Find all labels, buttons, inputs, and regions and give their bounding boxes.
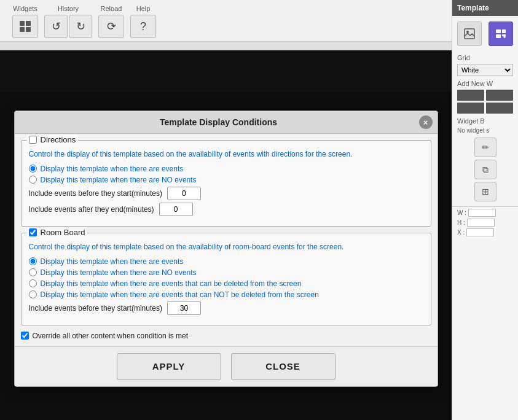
roomboard-content: Control the display of this template bas… — [22, 239, 431, 320]
grid-selector: White Gray Black None — [452, 63, 518, 77]
svg-rect-7 — [502, 29, 506, 33]
override-checkbox[interactable] — [21, 332, 29, 340]
roomboard-legend: Room Board — [26, 228, 88, 237]
widget-block-text: No widget s — [452, 126, 518, 135]
directions-radio1-row: Display this template when there are eve… — [29, 165, 423, 173]
sidebar-image-button[interactable] — [457, 21, 482, 46]
directions-field1-input[interactable] — [167, 187, 201, 200]
widgets-button[interactable] — [12, 15, 38, 38]
undo-button[interactable]: ↺ — [44, 15, 68, 38]
widgets-label: Widgets — [13, 5, 37, 12]
add-new-cell-1[interactable] — [457, 90, 484, 101]
sidebar-coords: W : H : X : — [452, 207, 518, 239]
directions-radio2-row: Display this template when there are NO … — [29, 176, 423, 184]
coord-x: X : — [457, 228, 513, 238]
add-new-grid — [452, 88, 518, 115]
help-label: Help — [136, 5, 151, 12]
directions-content: Control the display of this template bas… — [22, 147, 431, 221]
directions-field2-row: Include events after they end(minutes) — [29, 203, 423, 216]
roomboard-radio4-label: Display this template when there are eve… — [41, 290, 319, 299]
roomboard-radio4[interactable] — [29, 290, 37, 298]
sidebar-list-button[interactable] — [489, 21, 513, 46]
directions-section: Directions Control the display of this t… — [21, 140, 431, 227]
apply-button[interactable]: APPLY — [117, 353, 221, 380]
close-button[interactable]: CLOSE — [231, 353, 336, 380]
svg-rect-8 — [496, 34, 501, 38]
add-new-label: Add New W — [452, 77, 518, 88]
help-group: Help ? — [130, 5, 156, 41]
history-label: History — [58, 5, 79, 12]
right-sidebar: Template Grid White Gray Black — [452, 0, 518, 420]
directions-radio1[interactable] — [29, 165, 37, 173]
modal-overlay: Template Display Conditions × Directions… — [0, 92, 452, 420]
roomboard-section: Room Board Control the display of this t… — [21, 233, 431, 325]
roomboard-legend-label: Room Board — [41, 228, 85, 237]
directions-description: Control the display of this template bas… — [29, 149, 423, 160]
roomboard-radio3-label: Display this template when there are eve… — [41, 279, 302, 288]
directions-legend-label: Directions — [41, 135, 76, 144]
add-new-cell-4[interactable] — [486, 103, 513, 114]
roomboard-radio3-row: Display this template when there are eve… — [29, 279, 423, 288]
directions-radio2[interactable] — [29, 176, 37, 184]
edit-button[interactable]: ✏ — [474, 138, 496, 157]
history-buttons: ↺ ↻ — [44, 15, 92, 38]
reload-button[interactable]: ⟳ — [98, 15, 124, 38]
sidebar-actions: ✏ ⧉ ⊞ — [452, 135, 518, 204]
directions-field2-label: Include events after they end(minutes) — [29, 205, 154, 214]
svg-rect-0 — [20, 21, 25, 26]
roomboard-checkbox[interactable] — [29, 228, 37, 236]
history-group: History ↺ ↻ — [44, 5, 92, 41]
reload-group: Reload ⟳ — [98, 5, 124, 41]
ruler-ticks — [0, 42, 452, 50]
ruler — [0, 42, 452, 50]
roomboard-radio4-row: Display this template when there are eve… — [29, 290, 423, 299]
directions-radio1-label: Display this template when there are eve… — [41, 165, 184, 173]
coord-w-input[interactable] — [468, 209, 496, 217]
roomboard-radio1[interactable] — [29, 257, 37, 265]
coord-h: H : — [457, 218, 513, 228]
roomboard-radio1-label: Display this template when there are eve… — [41, 257, 184, 266]
duplicate-button[interactable]: ⊞ — [474, 182, 496, 201]
roomboard-description: Control the display of this template bas… — [29, 242, 423, 252]
modal-close-button[interactable]: × — [419, 115, 433, 129]
add-new-cell-3[interactable] — [457, 103, 484, 114]
override-row: Override all other content when conditio… — [21, 332, 431, 340]
roomboard-field1-label: Include events before they start(minutes… — [29, 304, 162, 313]
directions-checkbox[interactable] — [29, 136, 37, 144]
modal-header: Template Display Conditions × — [15, 111, 438, 134]
svg-rect-3 — [26, 27, 31, 32]
sidebar-header: Template — [452, 0, 518, 16]
toolbar: Widgets History ↺ ↻ Reload ⟳ Help ? — [0, 0, 518, 42]
roomboard-radio2[interactable] — [29, 268, 37, 276]
roomboard-field1-input[interactable] — [167, 301, 201, 315]
svg-rect-4 — [465, 29, 474, 39]
grid-label: Grid — [452, 52, 518, 63]
help-button[interactable]: ? — [130, 15, 156, 38]
svg-rect-1 — [26, 21, 31, 26]
directions-radio2-label: Display this template when there are NO … — [41, 176, 197, 184]
widgets-group: Widgets — [12, 5, 38, 41]
reload-label: Reload — [101, 5, 122, 12]
roomboard-radio2-row: Display this template when there are NO … — [29, 268, 423, 277]
add-new-cell-2[interactable] — [486, 90, 513, 101]
directions-legend: Directions — [26, 135, 79, 144]
override-label: Override all other content when conditio… — [33, 332, 188, 340]
modal-dialog: Template Display Conditions × Directions… — [14, 111, 438, 387]
redo-button[interactable]: ↻ — [69, 15, 92, 38]
roomboard-radio1-row: Display this template when there are eve… — [29, 257, 423, 266]
roomboard-radio3[interactable] — [29, 279, 37, 287]
coord-h-input[interactable] — [467, 219, 495, 227]
svg-rect-2 — [20, 27, 25, 32]
copy-button[interactable]: ⧉ — [474, 160, 496, 179]
modal-footer: APPLY CLOSE — [15, 346, 438, 386]
roomboard-field1-row: Include events before they start(minutes… — [29, 301, 423, 315]
canvas-area: Template Display Conditions × Directions… — [0, 50, 452, 420]
svg-rect-9 — [502, 34, 506, 36]
roomboard-radio2-label: Display this template when there are NO … — [41, 268, 197, 277]
modal-title: Template Display Conditions — [160, 117, 277, 127]
directions-field2-input[interactable] — [159, 203, 193, 216]
grid-select[interactable]: White Gray Black None — [457, 64, 513, 76]
widget-block-label: Widget B — [452, 115, 518, 126]
coord-x-input[interactable] — [466, 228, 494, 236]
modal-body: Directions Control the display of this t… — [15, 134, 438, 346]
